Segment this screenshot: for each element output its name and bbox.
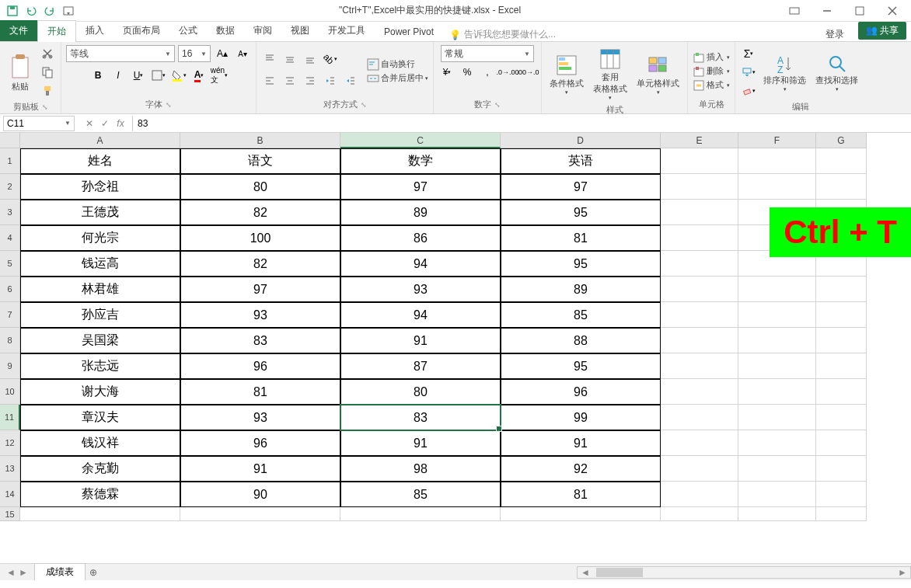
cell[interactable]: 86 (340, 225, 501, 251)
cell[interactable] (738, 456, 816, 482)
row-header[interactable]: 5 (0, 251, 20, 277)
merge-center-button[interactable]: 合并后居中▾ (367, 72, 428, 85)
cell[interactable]: 英语 (501, 148, 661, 174)
cell[interactable]: 语文 (180, 148, 340, 174)
cell[interactable] (816, 430, 867, 456)
row-header[interactable]: 11 (0, 405, 20, 430)
tab-powerpivot[interactable]: Power Pivot (375, 23, 443, 41)
cell[interactable] (661, 353, 738, 379)
formula-input[interactable]: 83 (133, 116, 911, 131)
maximize-icon[interactable] (844, 1, 875, 21)
cell[interactable] (816, 174, 867, 200)
accounting-format-button[interactable]: ¥▾ (438, 64, 456, 81)
increase-font-button[interactable]: A▴ (214, 45, 231, 62)
cell[interactable]: 谢大海 (20, 379, 180, 405)
cell[interactable]: 85 (340, 482, 501, 507)
number-format-combo[interactable]: 常规▼ (441, 45, 534, 62)
fill-color-button[interactable]: ▾ (170, 67, 187, 84)
number-launcher-icon[interactable]: ⤡ (494, 101, 501, 109)
cell[interactable] (816, 353, 867, 379)
scrollbar-thumb[interactable] (596, 568, 643, 577)
cell[interactable]: 钱汉祥 (20, 430, 180, 456)
sort-filter-button[interactable]: AZ排序和筛选▾ (760, 51, 809, 94)
wrap-text-button[interactable]: 自动换行 (367, 58, 428, 71)
cell[interactable] (738, 507, 816, 521)
cell[interactable]: 姓名 (20, 148, 180, 174)
insert-cells-button[interactable]: 插入▾ (693, 51, 730, 64)
font-launcher-icon[interactable]: ⤡ (166, 101, 172, 109)
row-header[interactable]: 12 (0, 430, 20, 456)
row-header[interactable]: 8 (0, 328, 20, 353)
bold-button[interactable]: B (89, 67, 106, 84)
row-header[interactable]: 4 (0, 225, 20, 251)
tab-home[interactable]: 开始 (37, 20, 76, 42)
cell[interactable]: 91 (180, 456, 340, 482)
column-header[interactable]: C (340, 133, 501, 148)
cell[interactable] (738, 482, 816, 507)
cell-styles-button[interactable]: 单元格样式▾ (634, 51, 682, 97)
cell[interactable]: 88 (501, 328, 661, 353)
cell[interactable] (816, 482, 867, 507)
decrease-indent-button[interactable] (322, 72, 339, 89)
tab-file[interactable]: 文件 (0, 20, 37, 41)
add-sheet-button[interactable]: ⊕ (86, 567, 101, 578)
cell[interactable]: 92 (501, 456, 661, 482)
cell[interactable] (816, 507, 867, 521)
tab-developer[interactable]: 开发工具 (319, 20, 375, 41)
font-name-combo[interactable]: 等线▼ (66, 45, 175, 62)
cut-button[interactable] (39, 45, 56, 62)
column-header[interactable]: E (661, 133, 738, 148)
save-icon[interactable] (6, 5, 19, 17)
column-header[interactable]: A (20, 133, 180, 148)
cell[interactable] (738, 430, 816, 456)
cell[interactable] (738, 379, 816, 405)
cell[interactable]: 王德茂 (20, 200, 180, 225)
worksheet-grid[interactable]: ABCDEFG1姓名语文数学英语2孙念祖8097973王德茂8289954何光宗… (0, 133, 911, 563)
cell[interactable]: 93 (180, 405, 340, 430)
cell[interactable] (661, 251, 738, 277)
border-button[interactable]: ▾ (150, 67, 167, 84)
cell[interactable]: 孙念祖 (20, 174, 180, 200)
cell[interactable] (180, 507, 340, 521)
cell[interactable]: 82 (180, 200, 340, 225)
cell[interactable] (816, 277, 867, 302)
minimize-icon[interactable] (812, 1, 843, 21)
cell[interactable] (738, 405, 816, 430)
tab-formulas[interactable]: 公式 (169, 20, 207, 41)
align-center-button[interactable] (281, 72, 298, 89)
cell[interactable]: 89 (501, 277, 661, 302)
sheet-tab-active[interactable]: 成绩表 (34, 563, 86, 580)
cell[interactable] (661, 507, 738, 521)
cell[interactable]: 94 (340, 251, 501, 277)
clipboard-launcher-icon[interactable]: ⤡ (42, 103, 48, 111)
conditional-format-button[interactable]: 条件格式▾ (546, 51, 587, 97)
share-button[interactable]: 👥 共享 (858, 22, 906, 40)
cell[interactable]: 89 (340, 200, 501, 225)
cell[interactable]: 80 (340, 379, 501, 405)
find-select-button[interactable]: 查找和选择▾ (812, 51, 861, 94)
tab-view[interactable]: 视图 (281, 20, 319, 41)
cell[interactable] (738, 328, 816, 353)
cell[interactable]: 87 (340, 353, 501, 379)
cell[interactable]: 孙应吉 (20, 302, 180, 328)
cell[interactable]: 83 (340, 405, 501, 430)
tab-review[interactable]: 审阅 (244, 20, 281, 41)
cell[interactable]: 82 (180, 251, 340, 277)
cell[interactable] (661, 174, 738, 200)
cell[interactable]: 张志远 (20, 353, 180, 379)
cell[interactable] (661, 225, 738, 251)
cell[interactable] (340, 507, 501, 521)
font-size-combo[interactable]: 16▼ (178, 45, 211, 62)
cell[interactable]: 余克勤 (20, 456, 180, 482)
cell[interactable] (816, 379, 867, 405)
copy-button[interactable] (39, 64, 56, 81)
tab-data[interactable]: 数据 (207, 20, 244, 41)
cell[interactable]: 97 (180, 277, 340, 302)
cell[interactable] (738, 353, 816, 379)
row-header[interactable]: 13 (0, 456, 20, 482)
cell[interactable]: 吴国梁 (20, 328, 180, 353)
cell[interactable] (816, 456, 867, 482)
cell[interactable]: 96 (180, 430, 340, 456)
undo-icon[interactable] (25, 5, 37, 17)
cell[interactable]: 数学 (340, 148, 501, 174)
